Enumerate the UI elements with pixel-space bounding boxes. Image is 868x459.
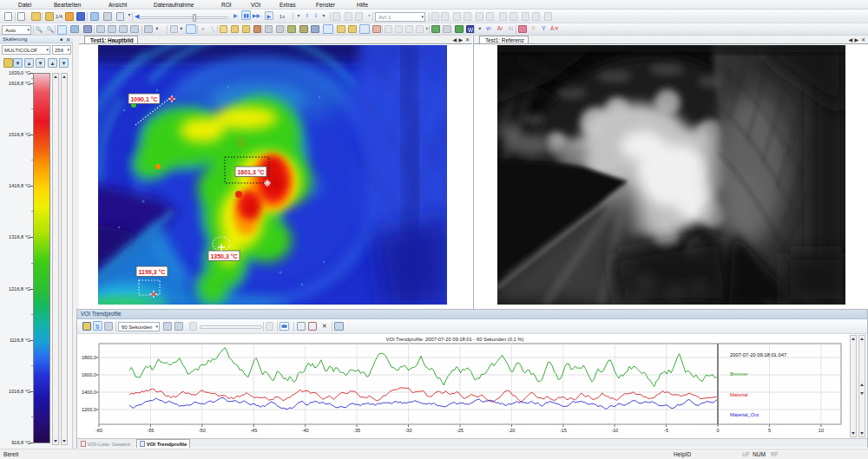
svg-text:-55: -55 [147,428,154,433]
svg-text:-35: -35 [353,428,360,433]
svg-text:-5: -5 [664,428,668,433]
svg-text:-40: -40 [302,428,309,433]
svg-text:-60: -60 [95,428,102,433]
svg-text:Material_Out: Material_Out [730,412,760,417]
svg-text:-15: -15 [560,428,567,433]
svg-text:-45: -45 [250,428,257,433]
svg-text:-25: -25 [457,428,464,433]
svg-text:2007-07-20 09:18:01.047: 2007-07-20 09:18:01.047 [730,352,786,357]
svg-text:5: 5 [768,428,771,433]
svg-text:-30: -30 [404,428,411,433]
svg-text:1090,1 °C: 1090,1 °C [130,96,157,103]
svg-text:1601,3 °C: 1601,3 °C [237,169,264,176]
svg-text:1800,0: 1800,0 [82,355,96,360]
svg-text:0: 0 [716,428,719,433]
svg-text:1400,0: 1400,0 [82,390,96,395]
svg-text:1350,3 °C: 1350,3 °C [210,253,237,260]
svg-text:-10: -10 [611,428,618,433]
svg-text:VOI Trendprofile: 2007-07-20 0: VOI Trendprofile: 2007-07-20 09:18:01 - … [386,337,524,342]
svg-text:10: 10 [819,428,824,433]
svg-text:1199,3 °C: 1199,3 °C [139,269,166,276]
svg-text:-50: -50 [199,428,206,433]
svg-text:Brenner: Brenner [730,371,748,377]
svg-text:1200,0: 1200,0 [82,407,96,412]
svg-text:Material: Material [730,392,748,397]
svg-text:-20: -20 [508,428,515,433]
svg-text:1600,0: 1600,0 [82,372,96,377]
